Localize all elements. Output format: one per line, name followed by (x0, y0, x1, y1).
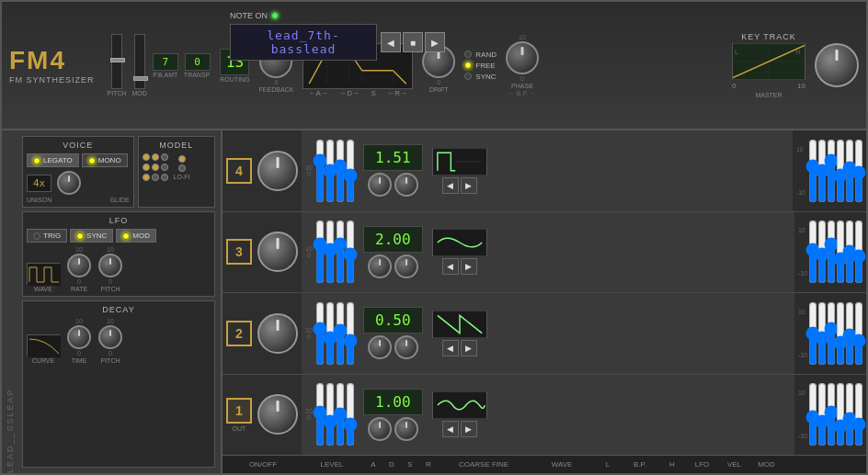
free-option[interactable]: FREE (464, 62, 497, 70)
op4-fader-mod-input[interactable] (855, 139, 862, 203)
decay-pitch-knob[interactable] (98, 325, 122, 349)
op1-fader-r-input[interactable] (347, 382, 354, 447)
lfo-pitch-label: PITCH (101, 286, 120, 292)
op1-level-knob[interactable] (257, 394, 298, 435)
op4-adsr-faders (316, 139, 354, 203)
op2-coarse-knob[interactable] (368, 335, 392, 359)
op2-fader-mod-input[interactable] (855, 301, 862, 366)
mod-slider[interactable] (134, 34, 145, 89)
note-on-led (271, 12, 279, 19)
model-content: LO-FI (143, 153, 211, 181)
op2-ratio-display[interactable]: 0.50 (363, 307, 423, 334)
op2-wave-buttons: ◀ ▶ (442, 340, 477, 356)
trig-button[interactable]: TRIG (27, 229, 67, 243)
operator-2-row: 2 100 (223, 293, 866, 375)
op4-level-knob[interactable] (257, 151, 298, 191)
lfo-mod-button[interactable]: MOD (116, 229, 156, 243)
model-dot-2-3[interactable] (161, 164, 168, 171)
op1-coarse-knob[interactable] (368, 417, 392, 441)
legato-led (33, 157, 40, 164)
wave-label: WAVE (34, 286, 52, 292)
trig-label: TRIG (43, 232, 61, 240)
op4-scale-right: 10 -10 (796, 146, 805, 196)
model-dot-3-3[interactable] (161, 153, 168, 161)
op4-fader-r-input[interactable] (347, 139, 354, 203)
next-preset-button[interactable]: ▶ (425, 32, 445, 52)
model-dot-3-2[interactable] (152, 153, 159, 161)
op3-fader-r-input[interactable] (347, 220, 354, 284)
op4-next-wave[interactable]: ▶ (461, 177, 477, 194)
op1-wave-display[interactable] (432, 391, 487, 419)
model-dot-1-3[interactable] (161, 174, 168, 181)
op3-next-wave[interactable]: ▶ (461, 258, 477, 275)
decay-curve-section: CURVE (27, 334, 60, 364)
lfo-wave-display[interactable] (27, 263, 60, 285)
op2-wave-display[interactable] (432, 311, 487, 338)
model-dot-1-2[interactable] (152, 174, 159, 181)
op4-wave-display[interactable] (432, 148, 487, 175)
model-dot-2-1[interactable] (143, 164, 150, 171)
phase-knob[interactable] (506, 41, 539, 74)
synth-container: FM4 FM SYNTHESIZER PITCH MOD 7 P.B.AMT 0… (0, 0, 868, 475)
decay-curve-display[interactable] (27, 334, 60, 356)
model-dot-3-1[interactable] (143, 153, 150, 161)
op4-fine-knob[interactable] (394, 173, 418, 197)
op2-fine-knob[interactable] (394, 335, 418, 359)
op2-level-knob[interactable] (257, 313, 298, 354)
legato-button[interactable]: LEGATO (27, 153, 79, 167)
op3-fine-knob[interactable] (394, 254, 418, 278)
prev-preset-button[interactable]: ◀ (381, 32, 401, 52)
op3-ratio-display[interactable]: 2.00 (363, 226, 423, 253)
preset-name[interactable]: lead_7th-basslead (230, 24, 377, 61)
model-section: MODEL (138, 136, 215, 208)
decay-time-knob[interactable] (67, 325, 91, 349)
op2-next-wave[interactable]: ▶ (461, 340, 477, 356)
op1-number[interactable]: 1 (226, 398, 252, 424)
lofi-dot-1[interactable] (178, 155, 186, 163)
sync-option[interactable]: SYNC (464, 73, 497, 81)
op4-ratio-display[interactable]: 1.51 (363, 144, 423, 171)
op3-number[interactable]: 3 (226, 239, 252, 265)
model-dot-1-1[interactable] (143, 174, 150, 181)
unison-display[interactable]: 4x (27, 175, 51, 192)
op3-fader-mod-input[interactable] (855, 220, 862, 284)
op2-prev-wave[interactable]: ◀ (442, 340, 459, 356)
op2-number[interactable]: 2 (226, 321, 252, 346)
op1-scale: 100 (305, 408, 313, 421)
op1-fine-knob[interactable] (394, 417, 418, 441)
op3-wave-display[interactable] (432, 229, 487, 256)
lfo-sync-button[interactable]: SYNC (70, 229, 113, 243)
key-track-section: KEY TRACK L H 0 10 MASTER (732, 32, 805, 98)
op4-coarse-knob[interactable] (368, 173, 392, 197)
mod-label: MOD (132, 90, 147, 96)
op1-number-out: 1 OUT (226, 398, 252, 432)
op4-number[interactable]: 4 (226, 158, 252, 184)
lfo-pitch-knob[interactable] (98, 254, 122, 277)
op3-prev-wave[interactable]: ◀ (442, 258, 459, 275)
lofi-section: LO-FI (174, 155, 190, 180)
model-dot-2-2[interactable] (152, 164, 159, 171)
op2-fader-r-input[interactable] (347, 301, 354, 366)
glide-label: GLIDE (110, 197, 130, 203)
master-section (815, 43, 859, 87)
op4-prev-wave[interactable]: ◀ (442, 177, 459, 194)
op1-prev-wave[interactable]: ◀ (442, 421, 459, 437)
op1-ratio-display[interactable]: 1.00 (363, 389, 423, 415)
op3-coarse-knob[interactable] (368, 254, 392, 278)
op3-level-knob[interactable] (257, 232, 298, 272)
mono-button[interactable]: MONO (82, 153, 128, 167)
glide-knob[interactable] (57, 171, 81, 195)
rand-option[interactable]: RAND (464, 51, 497, 59)
lofi-dot-2[interactable] (178, 164, 186, 172)
op3-wave-section: ◀ ▶ (432, 229, 487, 275)
note-on-text: NOTE ON (230, 11, 268, 20)
operators-wrapper: 4 10 0 (223, 130, 866, 473)
pitch-slider[interactable] (111, 34, 122, 89)
op1-next-wave[interactable]: ▶ (461, 421, 477, 437)
save-preset-button[interactable]: ■ (403, 32, 423, 52)
voice-title: VOICE (27, 141, 130, 150)
key-track-svg: L H (733, 43, 805, 80)
lfo-rate-knob[interactable] (67, 254, 91, 277)
op1-fader-mod-input[interactable] (855, 382, 862, 447)
master-knob[interactable] (815, 43, 859, 87)
